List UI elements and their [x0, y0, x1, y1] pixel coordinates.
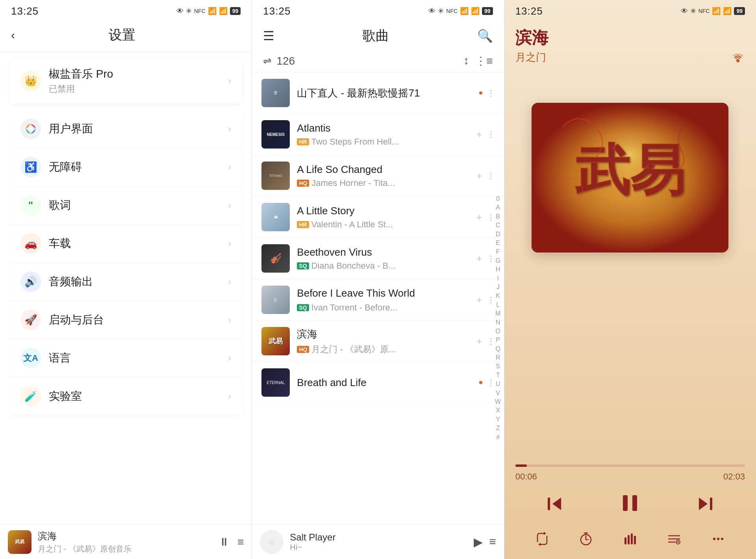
settings-item-startup[interactable]: 🚀 启动与后台 › — [9, 301, 242, 339]
settings-item-language[interactable]: 文A 语言 › — [9, 339, 242, 377]
status-time-2: 13:25 — [263, 5, 291, 17]
back-button[interactable]: ‹ — [11, 28, 15, 42]
svg-point-32 — [717, 538, 719, 540]
song-add-atlantis[interactable]: + — [476, 128, 482, 141]
alpha-p[interactable]: P — [496, 336, 500, 344]
saltplayer-bar[interactable]: ○ Salt Player Hi~ ▶ ≡ — [252, 524, 504, 559]
timer-button[interactable] — [579, 532, 593, 550]
mini-player-1[interactable]: 武易 滨海 月之门 - 《武易》原创音乐 ⏸ ≡ — [0, 524, 252, 559]
alpha-h[interactable]: H — [496, 265, 500, 274]
saltplayer-play-button[interactable]: ▶ — [474, 535, 483, 549]
song-art-titanic: TITANIC — [261, 162, 290, 190]
battery-indicator-2: 99 — [482, 7, 493, 15]
song-item-first[interactable]: 景 山下直人 - 最新热歌慢摇71 ⋮ — [252, 72, 504, 114]
alpha-o[interactable]: O — [495, 327, 500, 336]
alpha-e[interactable]: E — [496, 239, 500, 247]
nowplaying-header: 滨海 月之门 — [504, 22, 756, 67]
song-add-alittlestory[interactable]: + — [476, 211, 482, 223]
song-add-alifesochanged[interactable]: + — [476, 170, 482, 182]
timer-icon — [579, 532, 593, 546]
hamburger-menu-button[interactable]: ☰ — [263, 28, 274, 43]
settings-item-pro[interactable]: 👑 椒盐音乐 Pro 已禁用 › — [9, 58, 242, 104]
badge-hr-alittlestory: HR — [297, 221, 309, 228]
accessibility-icon-container: ♿ — [20, 157, 41, 177]
alpha-t[interactable]: T — [496, 371, 500, 380]
search-button[interactable]: 🔍 — [477, 28, 493, 43]
alpha-m[interactable]: M — [495, 309, 500, 318]
more-options-button[interactable] — [711, 532, 725, 550]
settings-item-audio[interactable]: 🔊 音频输出 › — [9, 263, 242, 301]
song-item-alittlestory[interactable]: 🏙 A Little Story HR Valentin - A Little … — [252, 197, 504, 238]
alpha-c[interactable]: C — [496, 221, 500, 230]
alpha-q[interactable]: Q — [495, 345, 500, 353]
song-item-binhai[interactable]: 武易 滨海 HQ 月之门 - 《武易》原... + ⋮ — [252, 321, 504, 362]
alpha-d[interactable]: D — [496, 230, 500, 239]
shuffle-button[interactable]: ⇌ — [263, 55, 272, 67]
song-item-beethovenvirus[interactable]: 🎻 Beethoven Virus SQ Diana Boncheva - B.… — [252, 238, 504, 279]
album-art-svg: 武易 武易 — [532, 103, 728, 253]
song-more-atlantis[interactable]: ⋮ — [487, 130, 495, 139]
pause-button[interactable] — [617, 490, 643, 522]
alpha-u[interactable]: U — [496, 380, 500, 388]
audio-arrow: › — [228, 276, 231, 287]
song-name-binhai: 滨海 — [297, 327, 473, 341]
alpha-j[interactable]: J — [497, 283, 500, 292]
settings-list: 👑 椒盐音乐 Pro 已禁用 › — [0, 52, 252, 524]
broadcast-icon — [731, 54, 745, 65]
alpha-y[interactable]: Y — [496, 415, 500, 424]
battery-indicator-3: 99 — [734, 7, 745, 15]
alpha-w[interactable]: W — [495, 397, 501, 406]
wifi-icon-3: 📶 — [712, 7, 721, 15]
alpha-a[interactable]: A — [496, 203, 500, 212]
repeat-button[interactable] — [535, 532, 549, 550]
playlist-button[interactable] — [667, 532, 681, 550]
song-more-first[interactable]: ⋮ — [487, 88, 495, 98]
alpha-hash[interactable]: # — [496, 433, 500, 442]
previous-button[interactable] — [545, 494, 566, 519]
alpha-g[interactable]: G — [495, 256, 500, 265]
bluetooth-icon-2: ✳ — [438, 7, 444, 15]
song-add-beforeileave[interactable]: + — [476, 294, 482, 306]
view-mode-button[interactable]: ⋮≡ — [475, 54, 493, 67]
mini-playlist-button[interactable]: ≡ — [237, 536, 244, 548]
saltplayer-art: ○ — [260, 530, 284, 554]
alpha-k[interactable]: K — [496, 292, 500, 300]
song-art-first: 景 — [261, 79, 290, 107]
song-item-alifesochanged[interactable]: TITANIC A Life So Changed HQ James Horne… — [252, 155, 504, 197]
alpha-x[interactable]: X — [496, 406, 500, 415]
settings-regular-section: 用户界面 › ♿ 无障碍 › " 歌词 › — [9, 110, 242, 415]
song-actions-atlantis: + ⋮ — [476, 128, 494, 141]
progress-bar[interactable] — [515, 464, 745, 467]
settings-item-lab[interactable]: 🧪 实验室 › — [9, 377, 242, 415]
alpha-n[interactable]: N — [496, 318, 500, 327]
settings-item-accessibility[interactable]: ♿ 无障碍 › — [9, 148, 242, 186]
settings-item-carplay[interactable]: 🚗 车载 › — [9, 225, 242, 263]
alpha-r[interactable]: R — [496, 353, 500, 362]
alpha-s[interactable]: S — [496, 362, 500, 371]
alpha-0[interactable]: 0 — [496, 195, 500, 203]
eye-icon: 👁 — [176, 7, 183, 15]
song-item-breathandlife[interactable]: ETERNAL Breath and Life ⋮ — [252, 362, 504, 403]
signal-icon-2: 📶 — [471, 7, 480, 15]
alpha-b[interactable]: B — [496, 212, 500, 221]
alpha-f[interactable]: F — [496, 247, 500, 256]
alpha-i[interactable]: I — [497, 274, 498, 283]
alpha-v[interactable]: V — [496, 389, 500, 397]
alphabet-index[interactable]: 0 A B C D E F G H I J K L M N O P Q R S … — [492, 151, 504, 485]
song-add-binhai[interactable]: + — [476, 335, 482, 347]
song-item-atlantis[interactable]: NEMESIS Atlantis HR Two Steps From Hell.… — [252, 114, 504, 155]
saltplayer-playlist-button[interactable]: ≡ — [489, 535, 496, 549]
equalizer-button[interactable] — [623, 532, 637, 550]
settings-item-ui[interactable]: 用户界面 › — [9, 110, 242, 148]
ui-title: 用户界面 — [49, 121, 228, 136]
sort-button[interactable]: ↕ — [463, 54, 469, 67]
alpha-z[interactable]: Z — [496, 424, 500, 433]
alpha-l[interactable]: L — [496, 301, 500, 309]
pause-icon — [617, 490, 643, 516]
mini-pause-button[interactable]: ⏸ — [219, 535, 230, 548]
broadcast-button[interactable] — [731, 54, 745, 67]
next-button[interactable] — [694, 494, 715, 519]
settings-item-lyrics[interactable]: " 歌词 › — [9, 186, 242, 225]
song-item-beforeileave[interactable]: 🌫 Before I Leave This World SQ Ivan Torr… — [252, 279, 504, 321]
song-add-beethovenvirus[interactable]: + — [476, 253, 482, 265]
